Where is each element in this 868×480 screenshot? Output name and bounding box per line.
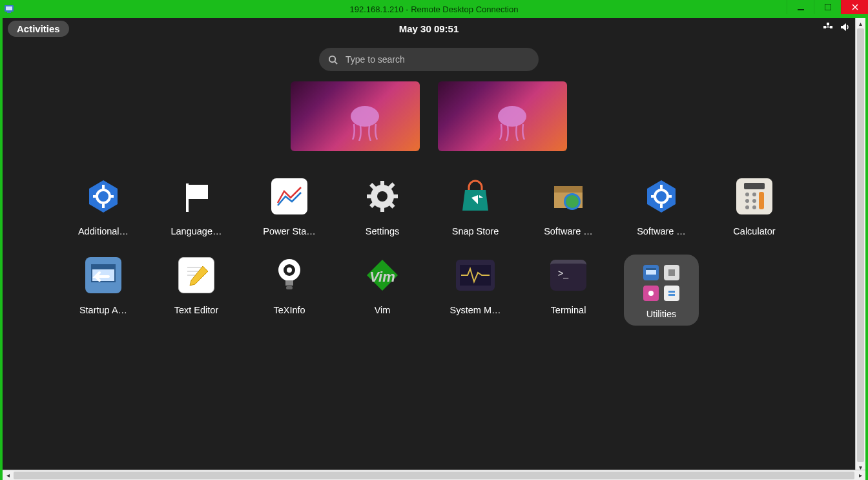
app-label: Calculator — [733, 226, 775, 236]
app-software-sources[interactable]: Software … — [615, 176, 708, 236]
app-label: Software … — [637, 226, 686, 236]
system-tray[interactable] — [823, 22, 850, 35]
svg-point-63 — [648, 291, 654, 296]
svg-point-53 — [287, 267, 292, 273]
app-terminal[interactable]: >_ Terminal — [522, 255, 615, 326]
notepad-pencil-icon — [176, 255, 217, 296]
workspace-2[interactable] — [438, 81, 567, 151]
svg-rect-64 — [668, 291, 675, 293]
svg-rect-45 — [759, 192, 764, 209]
app-snap-store[interactable]: Snap Store — [429, 176, 522, 236]
svg-point-44 — [752, 205, 756, 209]
svg-point-42 — [752, 199, 756, 203]
window-controls — [787, 0, 868, 14]
app-settings[interactable]: Settings — [336, 176, 429, 236]
app-software-updates[interactable]: Software … — [522, 176, 615, 236]
app-label: Power Sta… — [263, 226, 315, 236]
svg-rect-65 — [668, 294, 675, 296]
mini-app-icon — [643, 286, 659, 301]
minimize-button[interactable] — [787, 0, 814, 14]
lightbulb-icon — [269, 255, 310, 296]
svg-text:Vim: Vim — [369, 269, 395, 285]
app-label: System M… — [450, 305, 501, 315]
network-icon[interactable] — [823, 22, 833, 35]
svg-point-10 — [351, 106, 379, 127]
svg-rect-47 — [92, 265, 115, 269]
flag-icon — [176, 176, 217, 217]
app-label: Additional… — [78, 226, 129, 236]
svg-rect-18 — [186, 183, 189, 212]
svg-point-43 — [745, 205, 749, 209]
rdp-titlebar[interactable]: 192.168.1.210 - Remote Desktop Connectio… — [0, 0, 868, 18]
app-label: Vim — [375, 305, 391, 315]
gear-icon — [362, 176, 403, 217]
app-power-statistics[interactable]: Power Sta… — [243, 176, 336, 236]
app-vim[interactable]: Vim Vim — [336, 255, 429, 326]
svg-rect-54 — [285, 280, 293, 286]
app-label: TeXInfo — [273, 305, 305, 315]
volume-icon[interactable] — [840, 22, 850, 35]
activities-button[interactable]: Activities — [8, 21, 69, 37]
scroll-thumb[interactable] — [14, 472, 854, 479]
vertical-scrollbar[interactable]: ▴ ▾ — [855, 18, 865, 472]
workspace-1[interactable] — [291, 81, 420, 151]
svg-rect-21 — [380, 181, 384, 187]
app-text-editor[interactable]: Text Editor — [150, 255, 243, 326]
clock[interactable]: May 30 09:51 — [3, 23, 855, 34]
search-field[interactable]: Type to search — [319, 48, 539, 71]
svg-rect-62 — [668, 269, 675, 276]
app-label: Utilities — [646, 309, 677, 319]
scroll-right-button[interactable]: ▸ — [855, 472, 865, 479]
activities-overview: Type to search — [3, 39, 855, 472]
svg-point-11 — [498, 106, 526, 127]
app-system-monitor[interactable]: System M… — [429, 255, 522, 326]
chart-icon — [269, 176, 310, 217]
app-label: Software … — [544, 226, 593, 236]
svg-line-9 — [335, 61, 337, 64]
svg-rect-24 — [391, 194, 398, 198]
svg-point-41 — [745, 199, 749, 203]
gnome-shell: Activities May 30 09:51 Type to search — [3, 18, 855, 472]
app-label: Language… — [170, 226, 222, 236]
app-label: Settings — [366, 226, 399, 236]
app-calculator[interactable]: Calculator — [708, 176, 801, 236]
app-label: Terminal — [551, 305, 586, 315]
app-label: Snap Store — [452, 226, 499, 236]
svg-rect-22 — [380, 205, 384, 212]
svg-rect-55 — [286, 286, 293, 289]
horizontal-scrollbar[interactable]: ◂ ▸ — [3, 470, 865, 480]
app-startup-applications[interactable]: Startup A… — [57, 255, 150, 326]
scroll-thumb[interactable] — [857, 28, 864, 462]
mini-app-icon — [643, 265, 659, 280]
app-folder-utilities[interactable]: Utilities — [615, 255, 708, 326]
gear-blue-icon — [641, 176, 682, 217]
svg-rect-38 — [744, 183, 765, 189]
gnome-topbar: Activities May 30 09:51 — [3, 18, 855, 39]
calculator-icon — [734, 176, 775, 217]
search-icon — [328, 55, 338, 65]
scroll-up-button[interactable]: ▴ — [856, 18, 865, 28]
svg-text:>_: >_ — [558, 268, 568, 278]
scroll-left-button[interactable]: ◂ — [3, 472, 13, 479]
remote-viewport: Activities May 30 09:51 Type to search — [3, 18, 865, 472]
svg-rect-7 — [827, 23, 829, 25]
svg-rect-4 — [825, 4, 831, 10]
app-additional-drivers[interactable]: Additional… — [57, 176, 150, 236]
jellyfish-icon — [342, 102, 388, 141]
package-globe-icon — [548, 176, 589, 217]
svg-point-39 — [745, 193, 749, 196]
rdp-title: 192.168.1.210 - Remote Desktop Connectio… — [0, 5, 868, 14]
svg-rect-30 — [554, 186, 583, 193]
terminal-icon: >_ — [548, 255, 589, 296]
maximize-button[interactable] — [814, 0, 841, 14]
svg-point-8 — [329, 56, 335, 61]
app-texinfo[interactable]: TeXInfo — [243, 255, 336, 326]
app-language-support[interactable]: Language… — [150, 176, 243, 236]
gear-blue-icon — [83, 176, 124, 217]
rdp-window: 192.168.1.210 - Remote Desktop Connectio… — [0, 0, 868, 480]
svg-point-40 — [752, 193, 756, 196]
app-label: Text Editor — [174, 305, 219, 315]
svg-rect-61 — [646, 268, 656, 270]
window-arrow-icon — [83, 255, 124, 296]
close-button[interactable] — [841, 0, 868, 14]
